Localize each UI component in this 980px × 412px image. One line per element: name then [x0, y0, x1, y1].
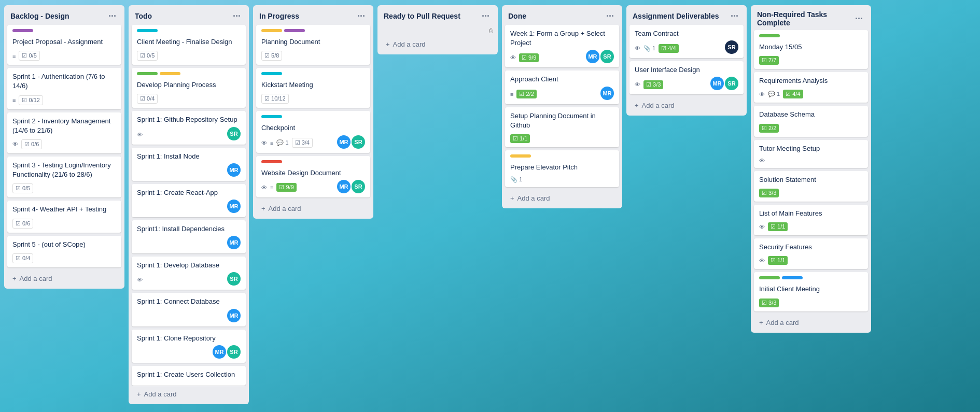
plus-icon: + [261, 205, 265, 212]
label-bar [261, 160, 282, 163]
card[interactable]: Sprint 1: Clone RepositoryMRSR [132, 330, 246, 363]
card[interactable]: Sprint 2 - Inventory Management (14/6 to… [7, 112, 121, 153]
column-menu-button[interactable]: ··· [355, 10, 367, 22]
column-title: Non-Required Tasks Complete [757, 10, 853, 27]
card[interactable]: Client Meeting - Finalise Design☑ 0/5 [132, 25, 246, 65]
column-header: Done ··· [502, 5, 622, 25]
avatar: SR [227, 127, 241, 140]
card-title: Website Design Document [261, 168, 365, 178]
card[interactable]: User Interface Design👁☑ 3/3MRSR [629, 61, 744, 94]
add-card-label: Add a card [269, 205, 301, 212]
add-card-button[interactable]: +Add a card [629, 98, 744, 112]
card[interactable]: Tutor Meeting Setup👁 [754, 140, 868, 168]
comment-icon: 💬 1 [768, 91, 780, 97]
add-card-button[interactable]: +Add a card [381, 37, 495, 51]
column-nonrequired: Non-Required Tasks Complete ··· Monday 1… [751, 5, 871, 333]
card[interactable]: Setup Planning Document in Github☑ 1/1 [505, 107, 619, 147]
watch-icon: 👁 [137, 132, 143, 138]
checklist-badge-complete: ☑ 4/4 [659, 44, 678, 53]
comment-icon: 💬 1 [276, 139, 288, 146]
plus-icon: + [137, 390, 141, 398]
card[interactable]: Approach Client≡☑ 2/2MR [505, 70, 619, 104]
avatar: MR [600, 87, 614, 100]
watch-icon: 👁 [759, 224, 765, 230]
card[interactable]: Sprint 5 - (out of SCope)☑ 0/4 [7, 236, 121, 267]
watch-icon: 👁 [12, 141, 18, 147]
card[interactable]: Sprint 1: Github Repository Setup👁SR [132, 111, 246, 144]
checklist-badge-complete: ☑ 1/1 [510, 134, 530, 143]
column-menu-button[interactable]: ··· [231, 10, 243, 22]
card[interactable]: Develop Planning Process☑ 0/4 [132, 68, 246, 108]
card[interactable]: Sprint 3 - Testing Login/Inventory Funct… [7, 157, 121, 197]
card[interactable]: Initial Client Meeting☑ 3/3 [754, 272, 868, 311]
card[interactable]: Sprint1: Install DependenciesMR [132, 220, 246, 253]
label-bar [759, 276, 780, 279]
card-title: Sprint 1: Install Node [137, 152, 241, 161]
column-title: In Progress [259, 12, 299, 20]
description-icon: ≡ [12, 53, 16, 59]
watch-icon: 👁 [510, 54, 516, 61]
label-bar [782, 276, 803, 279]
card[interactable]: Sprint 4- Weather API + Testing☑ 0/6 [7, 201, 121, 232]
card[interactable]: Week 1: Form a Group + Select Project👁☑ … [505, 25, 619, 67]
add-card-button[interactable]: +Add a card [7, 272, 121, 286]
card[interactable]: Sprint 1: Connect DatabaseMR [132, 293, 246, 326]
watch-icon: 👁 [759, 91, 765, 97]
card[interactable]: List of Main Features👁☑ 1/1 [754, 205, 868, 235]
card-title: Sprint 1: Create Users Collection [137, 370, 241, 379]
card-title: Sprint 3 - Testing Login/Inventory Funct… [12, 161, 116, 179]
description-icon: ≡ [12, 97, 16, 103]
add-card-button[interactable]: +Add a card [132, 387, 246, 401]
column-menu-button[interactable]: ··· [604, 10, 616, 22]
add-card-button[interactable]: +Add a card [754, 316, 868, 330]
column-menu-button[interactable]: ··· [853, 13, 865, 24]
card[interactable]: Solution Statement☑ 3/3 [754, 171, 868, 202]
card-title: User Interface Design [635, 65, 738, 75]
column-title: Assignment Deliverables [633, 12, 719, 20]
card[interactable]: Website Design Document👁≡☑ 9/9MRSR [256, 156, 370, 197]
card[interactable]: Database Schema☑ 2/2 [754, 106, 868, 136]
column-title: Todo [135, 12, 152, 20]
card[interactable]: Sprint 1: Create Users Collection [132, 366, 246, 386]
card[interactable]: Sprint 1: Develop Database👁SR [132, 257, 246, 290]
card[interactable]: Kickstart Meeting☑ 10/12 [256, 68, 370, 108]
add-card-button[interactable]: +Add a card [256, 202, 370, 216]
card-title: Sprint 1: Connect Database [137, 297, 241, 306]
label-bar [261, 72, 282, 75]
column-menu-button[interactable]: ··· [729, 10, 740, 22]
card[interactable]: Team Contract👁📎 1☑ 4/4SR [629, 25, 744, 58]
watch-icon: 👁 [759, 258, 765, 264]
checklist-badge-complete: ☑ 1/1 [768, 256, 788, 265]
cards-list: ⎙ [377, 25, 498, 36]
checklist-badge: ☑ 5/8 [261, 51, 282, 61]
column-menu-button[interactable]: ··· [480, 10, 492, 22]
card[interactable]: Sprint 1: Install NodeMR [132, 148, 246, 181]
label-bar [137, 72, 158, 75]
archive-icon[interactable]: ⎙ [489, 27, 493, 34]
checklist-badge-complete: ☑ 2/2 [759, 124, 779, 133]
card[interactable]: Security Features👁☑ 1/1 [754, 238, 868, 269]
checklist-badge-complete: ☑ 3/3 [759, 299, 779, 307]
avatar: MR [337, 135, 351, 149]
column-title: Ready to Pull Request [384, 12, 460, 20]
avatar: MR [227, 236, 241, 249]
add-card-label: Add a card [517, 194, 550, 202]
card[interactable]: Planning Document☑ 5/8 [256, 25, 370, 65]
avatar: MR [227, 163, 241, 177]
description-icon: ≡ [270, 184, 273, 191]
avatar: SR [725, 40, 738, 54]
card[interactable]: Requirements Analysis👁💬 1☑ 4/4 [754, 72, 868, 103]
card[interactable]: Sprint 1: Create React-AppMR [132, 184, 246, 217]
card[interactable]: Monday 15/05☑ 7/7 [754, 30, 868, 69]
card[interactable]: Project Proposal - Assignment≡☑ 0/5 [7, 25, 121, 65]
card[interactable]: Checkpoint👁≡💬 1☑ 3/4MRSR [256, 111, 370, 152]
card[interactable]: Prepare Elevator Pitch📎 1 [505, 150, 619, 187]
cards-list: Client Meeting - Finalise Design☑ 0/5Dev… [129, 25, 249, 386]
card[interactable]: Sprint 1 - Authentication (7/6 to 14/6)≡… [7, 68, 121, 109]
column-menu-button[interactable]: ··· [106, 10, 118, 22]
checklist-badge-complete: ☑ 3/3 [759, 189, 779, 197]
checklist-badge-complete: ☑ 7/7 [759, 56, 779, 65]
add-card-button[interactable]: +Add a card [505, 191, 619, 205]
card-title: Tutor Meeting Setup [759, 144, 863, 153]
card-title: Sprint 1: Clone Repository [137, 334, 241, 343]
